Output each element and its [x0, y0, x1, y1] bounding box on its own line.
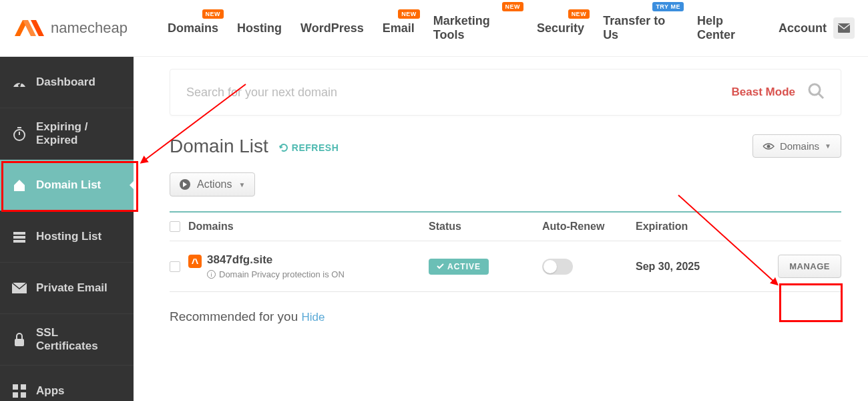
grid-icon: [12, 384, 27, 398]
badge-new: NEW: [202, 9, 224, 19]
domain-name[interactable]: 3847dfg.site: [207, 253, 345, 267]
main-content: Beast Mode Domain List REFRESH Domains ▼…: [134, 57, 868, 324]
badge-try-me: TRY ME: [652, 2, 684, 11]
row-checkbox[interactable]: [170, 261, 180, 272]
select-all-checkbox[interactable]: [170, 221, 180, 232]
table-row: 3847dfg.site i Domain Privacy protection…: [170, 241, 841, 292]
page-title: Domain List: [170, 136, 268, 157]
sidebar-label: Apps: [36, 384, 65, 398]
page-header: Domain List REFRESH Domains ▼: [170, 134, 841, 158]
svg-rect-12: [21, 384, 26, 390]
sidebar-item-private-email[interactable]: Private Email: [0, 263, 134, 314]
status-badge: ACTIVE: [429, 259, 489, 275]
expiration-date: Sep 30, 2025: [636, 261, 769, 273]
search-icon[interactable]: [807, 82, 825, 102]
lock-icon: [12, 332, 27, 347]
sidebar-label: Expiring / Expired: [36, 120, 122, 147]
manage-button[interactable]: MANAGE: [778, 255, 841, 278]
mail-button[interactable]: [833, 17, 855, 39]
domain-search-bar: Beast Mode: [170, 69, 841, 116]
nav-account[interactable]: Account: [779, 21, 827, 35]
beast-mode-link[interactable]: Beast Mode: [732, 86, 795, 99]
svg-text:i: i: [211, 271, 212, 278]
svg-rect-14: [21, 392, 26, 398]
recommended-heading: Recommended for you Hide: [170, 309, 841, 324]
namecheap-logo-icon: [13, 17, 45, 39]
home-icon: [12, 178, 27, 192]
sidebar-item-domain-list[interactable]: Domain List: [0, 160, 134, 211]
badge-new: NEW: [502, 2, 524, 11]
actions-dropdown[interactable]: Actions ▼: [170, 172, 255, 196]
sidebar-label: SSL Certificates: [36, 326, 122, 353]
svg-rect-10: [15, 339, 24, 346]
search-input[interactable]: [186, 86, 732, 100]
svg-rect-7: [13, 236, 25, 239]
sidebar-label: Hosting List: [36, 230, 101, 243]
nav-hosting[interactable]: Hosting: [237, 21, 282, 35]
mail-icon: [12, 281, 27, 295]
col-auto-renew[interactable]: Auto-Renew: [542, 221, 636, 233]
svg-rect-8: [13, 240, 25, 243]
sidebar-label: Dashboard: [36, 76, 95, 89]
caret-down-icon: ▼: [238, 181, 245, 188]
nav-wordpress[interactable]: WordPress: [300, 21, 364, 35]
check-icon: [437, 263, 444, 269]
svg-rect-13: [13, 392, 18, 398]
auto-renew-toggle[interactable]: [542, 259, 573, 275]
sidebar-item-expiring[interactable]: Expiring / Expired: [0, 108, 134, 160]
nav-email[interactable]: EmailNEW: [383, 21, 415, 35]
gauge-icon: [12, 75, 27, 90]
sidebar-item-ssl[interactable]: SSL Certificates: [0, 314, 134, 366]
domain-favicon-icon: [188, 255, 202, 268]
sidebar-label: Private Email: [36, 281, 107, 295]
envelope-icon: [838, 23, 850, 33]
sidebar-item-hosting-list[interactable]: Hosting List: [0, 211, 134, 263]
nav-transfer[interactable]: Transfer to UsTRY ME: [603, 14, 678, 42]
svg-point-17: [767, 144, 770, 148]
info-icon: i: [207, 270, 216, 279]
svg-point-15: [809, 84, 820, 95]
col-domains[interactable]: Domains: [188, 221, 429, 233]
refresh-icon: [279, 143, 288, 152]
svg-rect-0: [838, 23, 850, 33]
sidebar-label: Domain List: [36, 178, 101, 192]
sidebar: Dashboard Expiring / Expired Domain List…: [0, 57, 134, 401]
primary-nav: DomainsNEW Hosting WordPress EmailNEW Ma…: [168, 14, 827, 42]
domain-privacy-note: i Domain Privacy protection is ON: [207, 269, 345, 279]
badge-new: NEW: [398, 9, 420, 19]
play-icon: [180, 179, 190, 190]
view-dropdown[interactable]: Domains ▼: [752, 134, 841, 158]
eye-icon: [763, 142, 775, 150]
brand-logo[interactable]: namecheap: [13, 17, 128, 39]
svg-line-16: [819, 94, 823, 98]
stopwatch-icon: [12, 126, 27, 141]
nav-security[interactable]: SecurityNEW: [537, 21, 584, 35]
server-icon: [12, 229, 27, 244]
brand-name: namecheap: [51, 19, 128, 37]
table-header: Domains Status Auto-Renew Expiration: [170, 211, 841, 241]
col-status[interactable]: Status: [429, 221, 542, 233]
nav-domains[interactable]: DomainsNEW: [168, 21, 218, 35]
nav-help[interactable]: Help Center: [697, 14, 760, 42]
svg-rect-11: [13, 384, 18, 390]
top-header: namecheap DomainsNEW Hosting WordPress E…: [0, 0, 868, 57]
refresh-button[interactable]: REFRESH: [279, 142, 339, 153]
svg-rect-6: [13, 232, 25, 235]
nav-marketing[interactable]: Marketing ToolsNEW: [433, 14, 518, 42]
col-expiration[interactable]: Expiration: [636, 221, 769, 233]
sidebar-item-apps[interactable]: Apps: [0, 366, 134, 401]
caret-down-icon: ▼: [825, 142, 831, 150]
badge-new: NEW: [568, 9, 590, 19]
sidebar-item-dashboard[interactable]: Dashboard: [0, 57, 134, 108]
hide-link[interactable]: Hide: [302, 311, 325, 323]
